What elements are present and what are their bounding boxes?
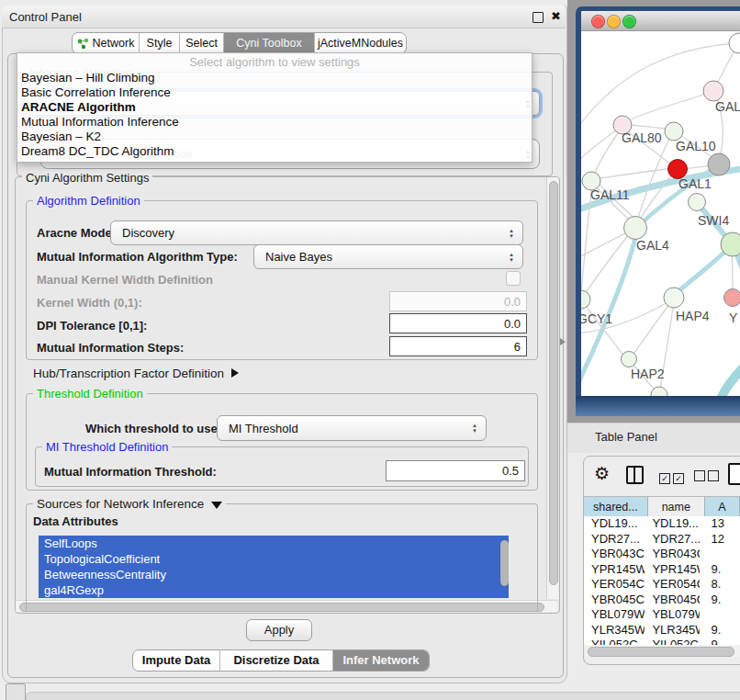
algorithm-option[interactable]: Dream8 DC_TDC Algorithm — [17, 144, 532, 159]
network-node-gcy1[interactable] — [581, 290, 590, 309]
network-node-hap2[interactable] — [622, 352, 637, 367]
algorithm-option[interactable]: Mutual Information Inference — [17, 115, 532, 130]
zoom-traffic-light[interactable] — [622, 15, 636, 28]
network-node[interactable] — [729, 33, 740, 53]
node-label: HAP4 — [676, 309, 710, 323]
table-cell — [700, 607, 740, 623]
table-cell: YBR045C — [645, 593, 700, 608]
table-cell: YDL19... — [584, 516, 645, 532]
table-row[interactable]: YPR145WYPR145W9. — [584, 562, 740, 578]
network-window-titlebar[interactable] — [581, 11, 740, 31]
tab-select[interactable]: Select — [179, 33, 223, 53]
apply-button[interactable]: Apply — [246, 619, 312, 641]
kernel-width-field[interactable]: 0.0 — [389, 291, 527, 311]
cyni-bottom-tabs: Impute DataDiscretize DataInfer Network — [132, 649, 430, 672]
network-node-y[interactable] — [724, 289, 740, 307]
table-cell: YBL079W — [645, 607, 700, 623]
table-row[interactable]: YBR043CYBR043C — [584, 547, 740, 562]
attribute-item[interactable]: BetweennessCentrality — [39, 567, 509, 582]
algorithm-option[interactable]: Bayesian – Hill Climbing — [17, 71, 532, 85]
algorithm-popup-prompt: Select algorithm to view settings — [17, 53, 532, 71]
sources-group-title[interactable]: Sources for Network Inference — [33, 497, 226, 511]
close-traffic-light[interactable] — [591, 15, 605, 28]
node-label: GAL4 — [636, 238, 669, 253]
table-row[interactable]: YER054CYER054C8. — [584, 577, 740, 593]
network-node[interactable] — [708, 153, 730, 175]
network-node-swi4[interactable] — [689, 194, 706, 211]
hub-definition-expander[interactable]: Hub/Transcription Factor Definition — [33, 367, 239, 380]
algorithm-option[interactable]: Basic Correlation Inference — [17, 85, 532, 100]
network-canvas[interactable]: GALGAL80GAL10GAL1GAL11SWI4GAL4HAP4YGCY1H… — [581, 30, 740, 396]
table-row[interactable]: YIL052CYIL052C9. — [584, 638, 740, 645]
settings-vertical-scrollbar-thumb[interactable] — [549, 181, 558, 585]
minimized-panel-icon[interactable] — [6, 683, 26, 700]
control-panel-tabs: NetworkStyleSelectCyni ToolboxjActiveMNo… — [72, 32, 407, 54]
table-cell — [700, 547, 740, 562]
mi-threshold-field[interactable]: 0.5 — [386, 460, 525, 481]
control-panel-titlebar[interactable] — [2, 6, 566, 28]
network-node-gal4[interactable] — [624, 217, 647, 240]
network-node-gal10[interactable] — [665, 122, 683, 141]
which-threshold-combo[interactable]: MI Threshold ▲▼ — [217, 415, 487, 441]
algorithm-option[interactable]: ARACNE Algorithm — [17, 100, 532, 115]
tab-infer-network[interactable]: Infer Network — [332, 650, 429, 671]
attributes-scrollbar-thumb[interactable] — [500, 540, 509, 586]
combo-arrows-icon: ▲▼ — [504, 228, 519, 239]
columns-icon[interactable] — [626, 466, 644, 484]
tab-impute-data[interactable]: Impute Data — [133, 650, 219, 671]
tab-network[interactable]: Network — [73, 33, 139, 53]
table-cell: YIL052C — [584, 638, 645, 645]
manual-kernel-checkbox[interactable] — [506, 271, 521, 286]
network-edge[interactable] — [594, 168, 673, 179]
table-horizontal-scrollbar-thumb[interactable] — [588, 647, 734, 657]
tab-cyni-toolbox[interactable]: Cyni Toolbox — [223, 33, 314, 53]
mi-type-label: Mutual Information Algorithm Type: — [37, 250, 238, 264]
node-label: GAL11 — [590, 187, 630, 202]
float-panel-icon[interactable] — [533, 12, 544, 23]
network-edge[interactable] — [675, 246, 731, 294]
table-row[interactable]: YLR345WYLR345W9. — [584, 623, 740, 638]
table-horizontal-scrollbar[interactable] — [586, 645, 740, 657]
combo-arrows-icon: ▲▼ — [504, 252, 519, 263]
network-edge[interactable] — [716, 363, 740, 396]
attribute-item[interactable]: SelfLoops — [39, 536, 509, 551]
table-row[interactable]: YBL079WYBL079W — [584, 607, 740, 623]
table-row[interactable]: YBR045CYBR045C9. — [584, 593, 740, 608]
tab-jactivemnodules[interactable]: jActiveMNodules — [314, 33, 406, 53]
aracne-mode-value: Discovery — [111, 226, 504, 240]
network-edge[interactable] — [581, 231, 629, 260]
column-header-3[interactable]: A — [705, 497, 740, 517]
close-panel-icon[interactable]: ✖ — [551, 9, 561, 23]
attribute-item[interactable]: TopologicalCoefficient — [39, 551, 509, 567]
dpi-tolerance-field[interactable]: 0.0 — [389, 313, 527, 333]
data-attributes-label: Data Attributes — [33, 514, 118, 528]
network-node-gal[interactable] — [703, 81, 723, 101]
gear-icon[interactable]: ⚙ — [594, 463, 610, 484]
network-node-hap4[interactable] — [664, 288, 684, 308]
splitter-collapse-icon[interactable] — [560, 338, 566, 345]
mi-steps-field[interactable]: 6 — [389, 336, 527, 356]
table-row[interactable]: YDR27...YDR27...12 — [584, 532, 740, 548]
column-header-2[interactable]: name — [648, 497, 705, 517]
table-cell: 8. — [700, 577, 740, 593]
node-label: GAL — [715, 99, 740, 114]
settings-vertical-scrollbar[interactable] — [546, 177, 558, 599]
select-all-columns-icon[interactable]: ✓✓ — [659, 470, 687, 484]
network-edge[interactable] — [625, 91, 713, 122]
new-table-icon[interactable] — [728, 463, 740, 485]
deselect-all-columns-icon[interactable] — [694, 470, 722, 484]
tab-discretize-data[interactable]: Discretize Data — [219, 650, 332, 671]
which-threshold-value: MI Threshold — [218, 422, 467, 435]
minimize-traffic-light[interactable] — [607, 15, 621, 28]
table-row[interactable]: YDL19...YDL19...13 — [584, 516, 740, 532]
tab-style[interactable]: Style — [139, 33, 179, 53]
aracne-mode-combo[interactable]: Discovery ▲▼ — [110, 220, 523, 245]
mi-type-combo[interactable]: Naive Bayes ▲▼ — [253, 244, 523, 269]
network-edge[interactable] — [581, 186, 592, 293]
column-header-1[interactable]: shared... — [584, 497, 648, 517]
algorithm-option[interactable]: Bayesian – K2 — [17, 130, 532, 144]
algorithm-definition-title: Algorithm Definition — [33, 194, 144, 208]
node-label: GCY1 — [581, 311, 612, 326]
network-node[interactable] — [721, 232, 740, 256]
attribute-item[interactable]: gal4RGexp — [39, 582, 509, 598]
